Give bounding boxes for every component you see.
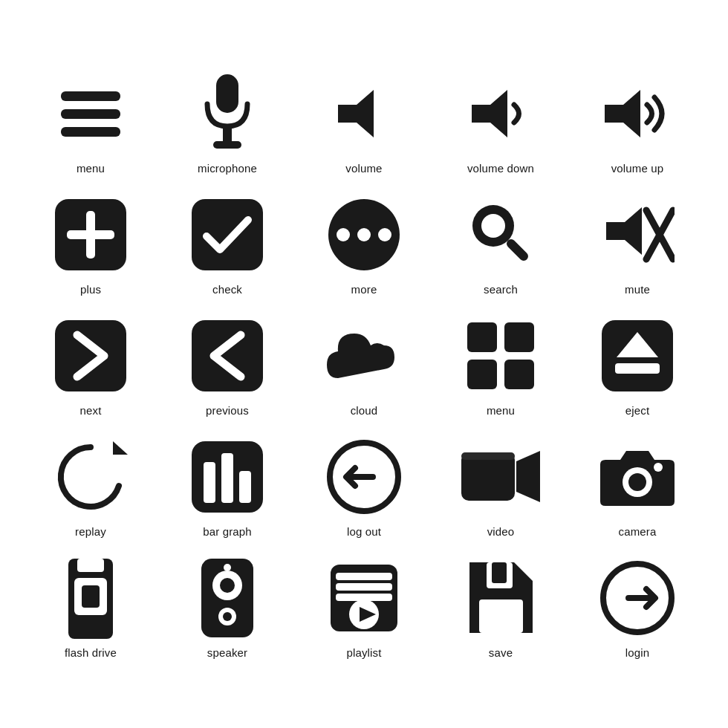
log-out-cell: log out: [296, 429, 432, 542]
svg-rect-5: [213, 141, 241, 149]
search-icon: [460, 194, 542, 276]
svg-rect-55: [336, 573, 392, 580]
svg-point-16: [378, 228, 391, 241]
camera-icon: [597, 436, 678, 518]
volume-up-icon: [597, 73, 678, 155]
volume-down-icon: [460, 73, 542, 155]
login-cell: login: [569, 550, 706, 663]
mute-icon: [597, 194, 678, 276]
menu-cell: menu: [22, 65, 159, 179]
svg-rect-34: [204, 462, 215, 503]
svg-rect-23: [55, 320, 126, 391]
svg-marker-32: [113, 441, 128, 455]
previous-label: previous: [206, 404, 249, 417]
more-cell: more: [296, 186, 432, 300]
video-cell: video: [432, 429, 569, 542]
playlist-cell: playlist: [296, 550, 432, 663]
svg-rect-36: [239, 471, 251, 503]
save-label: save: [489, 646, 513, 659]
replay-label: replay: [75, 525, 106, 538]
plus-label: plus: [80, 283, 101, 296]
microphone-cell: microphone: [159, 65, 296, 179]
previous-icon: [186, 315, 268, 397]
video-icon: [460, 436, 542, 518]
svg-point-42: [628, 473, 646, 491]
cloud-label: cloud: [351, 404, 378, 417]
svg-rect-12: [192, 199, 263, 270]
svg-rect-40: [461, 452, 515, 460]
menu-icon: [50, 73, 131, 155]
flash-drive-cell: flash drive: [22, 550, 159, 663]
eject-label: eject: [625, 404, 649, 417]
svg-point-53: [224, 564, 231, 571]
plus-cell: plus: [22, 186, 159, 300]
svg-marker-8: [605, 90, 640, 137]
bar-graph-cell: bar graph: [159, 429, 296, 542]
log-out-icon: [323, 436, 405, 518]
volume-icon: [323, 73, 405, 155]
svg-rect-11: [67, 230, 114, 239]
svg-rect-2: [61, 127, 120, 137]
previous-cell: previous: [159, 308, 296, 421]
flash-drive-label: flash drive: [65, 646, 117, 659]
menu-grid-label: menu: [487, 404, 515, 417]
microphone-label: microphone: [198, 162, 257, 175]
svg-rect-62: [492, 562, 507, 583]
mute-label: mute: [625, 283, 650, 296]
cloud-icon: [323, 315, 405, 397]
svg-rect-45: [77, 559, 104, 572]
playlist-label: playlist: [346, 646, 381, 659]
svg-rect-27: [467, 360, 497, 389]
svg-point-14: [337, 228, 350, 241]
svg-rect-56: [336, 583, 392, 591]
mute-cell: mute: [569, 186, 706, 300]
svg-point-52: [223, 612, 232, 621]
more-icon: [323, 194, 405, 276]
svg-rect-24: [192, 320, 263, 391]
svg-rect-31: [615, 363, 660, 374]
eject-cell: eject: [569, 308, 706, 421]
speaker-label: speaker: [207, 646, 247, 659]
microphone-icon: [186, 73, 268, 155]
volume-cell: volume: [296, 65, 432, 179]
svg-point-18: [481, 214, 505, 238]
search-cell: search: [432, 186, 569, 300]
svg-point-15: [357, 228, 371, 241]
save-cell: save: [432, 550, 569, 663]
search-label: search: [484, 283, 518, 296]
more-label: more: [351, 283, 377, 296]
svg-rect-1: [61, 109, 120, 119]
svg-rect-28: [504, 360, 534, 389]
svg-rect-35: [221, 453, 233, 503]
svg-marker-6: [338, 90, 374, 137]
volume-up-cell: volume up: [569, 65, 706, 179]
menu-grid-cell: menu: [432, 308, 569, 421]
replay-icon: [50, 436, 131, 518]
save-icon: [460, 557, 542, 639]
next-cell: next: [22, 308, 159, 421]
menu-label: menu: [77, 162, 105, 175]
replay-cell: replay: [22, 429, 159, 542]
camera-label: camera: [619, 525, 657, 538]
svg-marker-39: [516, 451, 540, 502]
eject-icon: [597, 315, 678, 397]
svg-rect-3: [216, 74, 238, 113]
svg-point-43: [654, 463, 663, 472]
login-label: login: [625, 646, 649, 659]
svg-marker-20: [606, 207, 642, 255]
speaker-cell: speaker: [159, 550, 296, 663]
bar-graph-icon: [186, 436, 268, 518]
menu-grid-icon: [460, 315, 542, 397]
volume-up-label: volume up: [611, 162, 664, 175]
playlist-icon: [323, 557, 405, 639]
svg-rect-25: [467, 322, 497, 352]
svg-rect-0: [61, 91, 120, 101]
check-icon: [186, 194, 268, 276]
svg-rect-60: [479, 599, 523, 633]
svg-rect-19: [505, 237, 530, 262]
check-cell: check: [159, 186, 296, 300]
check-label: check: [212, 283, 242, 296]
login-icon: [597, 557, 678, 639]
svg-rect-47: [82, 585, 100, 608]
plus-icon: [50, 194, 131, 276]
